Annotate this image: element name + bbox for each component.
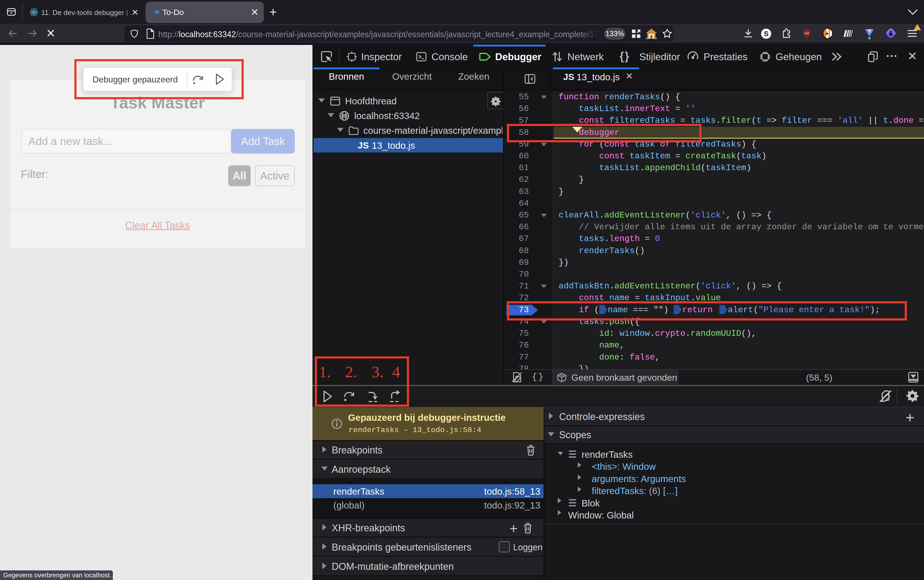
svg-text:uO: uO (805, 31, 809, 35)
